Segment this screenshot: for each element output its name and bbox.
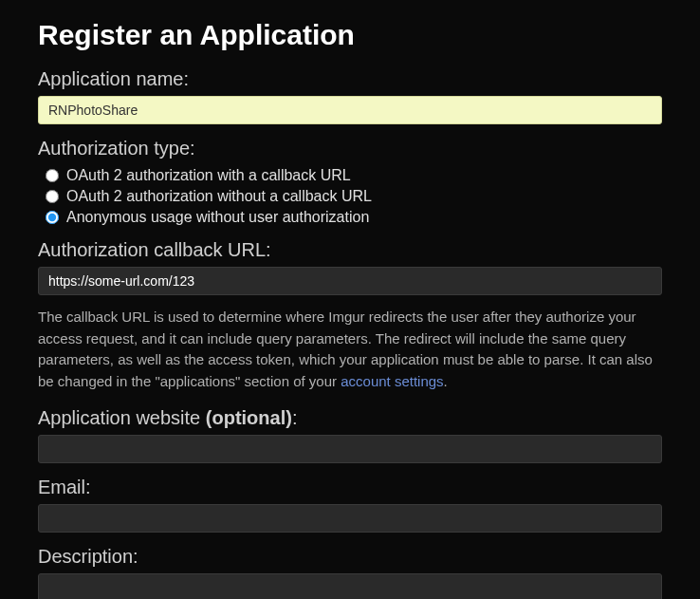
- website-label-optional: (optional): [206, 407, 292, 428]
- auth-radio-callback-label[interactable]: OAuth 2 authorization with a callback UR…: [66, 167, 351, 184]
- account-settings-link[interactable]: account settings: [341, 373, 443, 389]
- email-group: Email:: [38, 477, 662, 533]
- description-group: Description:: [38, 546, 662, 599]
- email-label: Email:: [38, 477, 662, 498]
- page-title: Register an Application: [38, 19, 662, 51]
- auth-radio-no-callback-label[interactable]: OAuth 2 authorization without a callback…: [66, 188, 372, 205]
- app-name-label: Application name:: [38, 68, 662, 90]
- callback-url-label: Authorization callback URL:: [38, 239, 662, 261]
- auth-radio-anonymous[interactable]: [46, 211, 59, 224]
- callback-url-group: Authorization callback URL: The callback…: [38, 239, 662, 392]
- auth-radio-anonymous-label[interactable]: Anonymous usage without user authorizati…: [66, 209, 369, 226]
- website-label: Application website (optional):: [38, 407, 662, 429]
- website-label-suffix: :: [292, 407, 298, 428]
- app-name-group: Application name:: [38, 68, 662, 124]
- auth-type-radio-group: OAuth 2 authorization with a callback UR…: [38, 167, 662, 226]
- callback-url-input[interactable]: [38, 267, 662, 295]
- auth-option-no-callback: OAuth 2 authorization without a callback…: [46, 188, 662, 205]
- auth-radio-no-callback[interactable]: [46, 190, 59, 203]
- auth-option-anonymous: Anonymous usage without user authorizati…: [46, 209, 662, 226]
- callback-help-text: The callback URL is used to determine wh…: [38, 307, 662, 392]
- website-input[interactable]: [38, 435, 662, 463]
- app-name-input[interactable]: [38, 96, 662, 124]
- callback-help-after: .: [444, 373, 448, 389]
- website-label-prefix: Application website: [38, 407, 206, 428]
- description-textarea[interactable]: [38, 573, 662, 599]
- auth-radio-callback[interactable]: [46, 169, 59, 182]
- description-label: Description:: [38, 546, 662, 568]
- auth-option-callback: OAuth 2 authorization with a callback UR…: [46, 167, 662, 184]
- website-group: Application website (optional):: [38, 407, 662, 463]
- auth-type-label: Authorization type:: [38, 138, 662, 159]
- email-input[interactable]: [38, 504, 662, 533]
- auth-type-group: Authorization type: OAuth 2 authorizatio…: [38, 138, 662, 226]
